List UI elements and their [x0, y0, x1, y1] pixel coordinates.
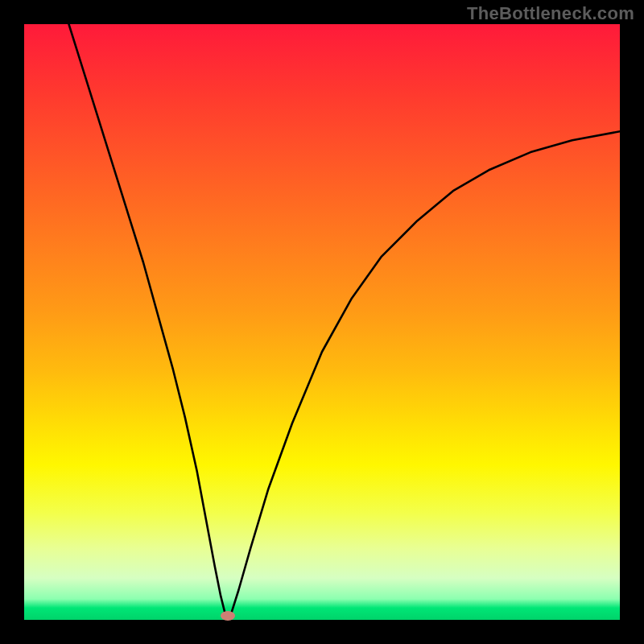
optimal-point-marker — [221, 611, 235, 621]
curve-svg — [24, 24, 620, 620]
bottleneck-curve — [69, 24, 621, 619]
plot-area — [24, 24, 620, 620]
chart-frame: TheBottleneck.com — [0, 0, 644, 644]
watermark-text: TheBottleneck.com — [467, 3, 634, 24]
